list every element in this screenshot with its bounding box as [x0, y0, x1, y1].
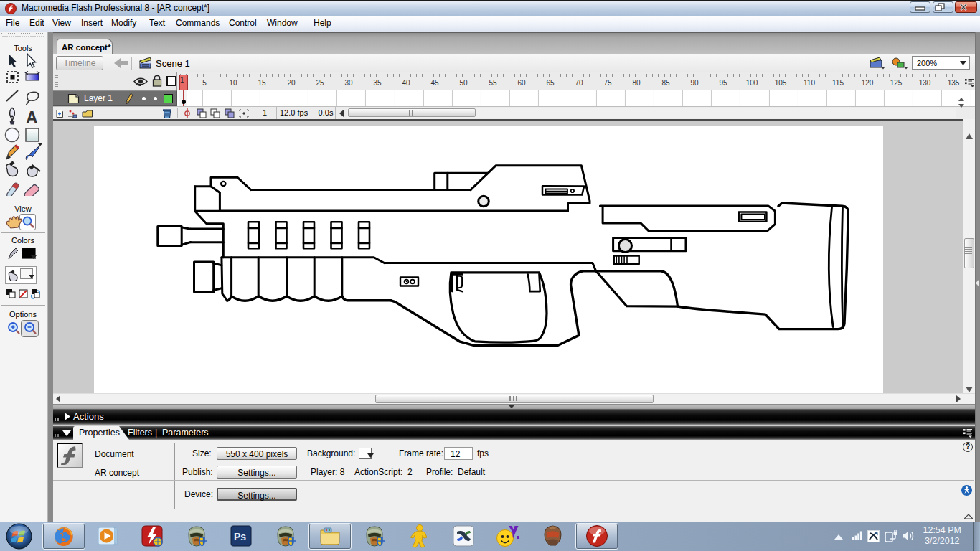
svg-text:A: A [26, 108, 38, 127]
svg-text:Ps: Ps [234, 531, 246, 542]
